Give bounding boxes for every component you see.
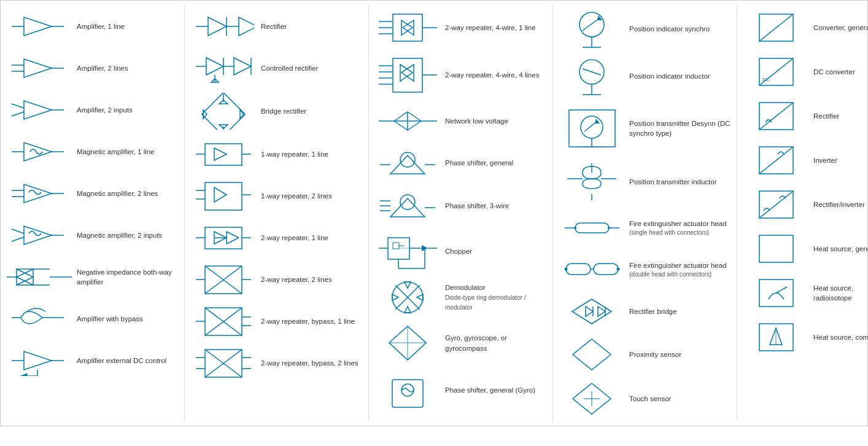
svg-rect-173 (594, 264, 618, 275)
symbol-amp1 (6, 14, 73, 39)
symbol-rci1 (742, 186, 810, 223)
list-item: Negative impedance both-way amplifier (3, 256, 182, 298)
symbol-rec1 (190, 14, 257, 39)
svg-line-8 (12, 112, 24, 116)
label-neg1: Negative impedance both-way amplifier (73, 267, 179, 287)
svg-marker-40 (239, 17, 254, 36)
symbol-chart: Amplifier, 1 line Amplifier, 2 lines (0, 0, 868, 426)
list-item: Phase shifter, 3-wire (371, 184, 550, 228)
list-item: Chopper (371, 228, 550, 275)
symbol-rbr1 (558, 296, 626, 327)
symbol-rep4 (190, 263, 257, 297)
symbol-ptr2 (558, 160, 626, 203)
svg-point-171 (608, 227, 610, 229)
symbol-hsr1 (742, 275, 810, 311)
symbol-pos2 (558, 57, 626, 96)
symbol-tch1 (558, 380, 626, 417)
list-item: 2-way repeater, 1 line (187, 217, 366, 259)
svg-marker-16 (24, 184, 52, 203)
label-rep4: 2-way repeater, 2 lines (257, 275, 363, 284)
label-rec2: Rectifier (810, 111, 868, 121)
label-tch1: Touch sensor (626, 394, 732, 404)
symbol-nlv1 (374, 106, 441, 136)
svg-marker-117 (390, 155, 425, 174)
label-gyr1: Gyro, gyroscope, or gyrocompass (441, 333, 548, 353)
list-item: Position transmitter inductor (556, 157, 734, 207)
svg-marker-23 (17, 269, 33, 285)
list-item: Phase shifter, general (371, 142, 550, 184)
list-item: Magnetic amplifier, 1 line (3, 131, 182, 173)
label-fir2: Fire extinguisher actuator head (double … (626, 260, 732, 279)
list-item: 1-way repeater, 1 line (187, 133, 366, 175)
svg-marker-9 (24, 101, 52, 119)
symbol-dcc1: DC (742, 53, 810, 90)
svg-line-18 (12, 229, 24, 233)
list-item: Amplifier, 2 lines (3, 47, 182, 89)
svg-marker-12 (24, 143, 52, 161)
svg-marker-31 (24, 351, 52, 370)
svg-marker-37 (208, 17, 227, 36)
list-item: 2-way repeater, 4-wire, 4 lines (371, 50, 550, 100)
svg-marker-1 (24, 17, 52, 36)
svg-line-156 (583, 69, 601, 75)
svg-line-70 (227, 238, 239, 244)
label-ext1: Amplifier external DC control (73, 356, 179, 366)
symbol-neg1 (6, 262, 73, 292)
label-rep2: 1-way repeater, 2 lines (257, 191, 363, 201)
symbol-ext1 (6, 345, 73, 376)
svg-line-7 (12, 104, 24, 108)
list-item: Heat source, radioisotope (740, 271, 868, 315)
svg-point-120 (400, 195, 415, 209)
svg-line-151 (583, 18, 600, 31)
svg-line-19 (12, 237, 24, 241)
list-item: Amplifier, 1 line (3, 6, 182, 47)
symbol-psg1 (374, 370, 441, 410)
svg-marker-24 (17, 269, 33, 285)
column-5: Converter, general DC DC converter (737, 6, 868, 421)
label-inv1: Inverter (810, 155, 868, 165)
column-4: Position indicator synchro Position indi… (553, 6, 737, 421)
list-item: Gyro, gyroscope, or gyrocompass (371, 319, 550, 367)
list-item: 1-way repeater, 2 lines (187, 175, 366, 217)
svg-point-158 (581, 116, 603, 138)
label-hsc1: Heat source, combustion (810, 332, 868, 342)
column-1: Amplifier, 1 line Amplifier, 2 lines (1, 6, 185, 421)
list-item: Rectifier (187, 6, 366, 47)
list-item: Position indicator synchro (556, 6, 734, 53)
svg-marker-35 (21, 374, 27, 376)
list-item: Inverter (740, 138, 868, 182)
column-2: Rectifier Controlled rectifier (185, 6, 369, 421)
list-item: Network low voltage (371, 100, 550, 142)
svg-marker-178 (586, 307, 593, 316)
label-rep6: 2-way repeater, bypass, 2 lines (257, 358, 363, 368)
symbol-cvg1 (742, 9, 810, 46)
svg-line-194 (759, 147, 793, 174)
label-chp1: Chopper (441, 246, 548, 256)
label-ptr1: Position transmitter Desynn (DC synchro … (626, 119, 732, 138)
svg-marker-64 (214, 187, 227, 202)
list-item: 2-way repeater, bypass, 2 lines (187, 342, 366, 384)
symbol-rep5 (190, 305, 257, 338)
symbol-psh2 (374, 187, 441, 224)
svg-line-199 (776, 287, 787, 293)
symbol-hsc1 (742, 319, 810, 356)
label-mag2: Magnetic amplifier, 2 lines (73, 189, 179, 198)
svg-line-111 (394, 121, 408, 130)
label-hsg1: Heat source, general (810, 244, 868, 254)
label-rep1: 1-way repeater, 1 line (257, 149, 363, 159)
symbol-psh1 (374, 146, 441, 180)
label-cvg1: Converter, general (810, 23, 868, 33)
svg-rect-130 (393, 243, 399, 249)
svg-point-170 (574, 227, 576, 229)
list-item: Amplifier external DC control (3, 340, 182, 381)
symbol-rpt2 (374, 53, 441, 96)
symbol-mag3 (6, 220, 73, 251)
list-item: 2-way repeater, 4-wire, 1 line (371, 6, 550, 50)
symbol-rep2 (190, 179, 257, 213)
list-item: Touch sensor (556, 377, 734, 421)
label-amp2: Amplifier, 2 lines (73, 63, 179, 73)
symbol-inv1 (742, 142, 810, 179)
label-dem1: Demodulator Diode-type ring demodulator … (441, 283, 548, 312)
symbol-rep6 (190, 346, 257, 380)
svg-marker-142 (405, 307, 411, 313)
